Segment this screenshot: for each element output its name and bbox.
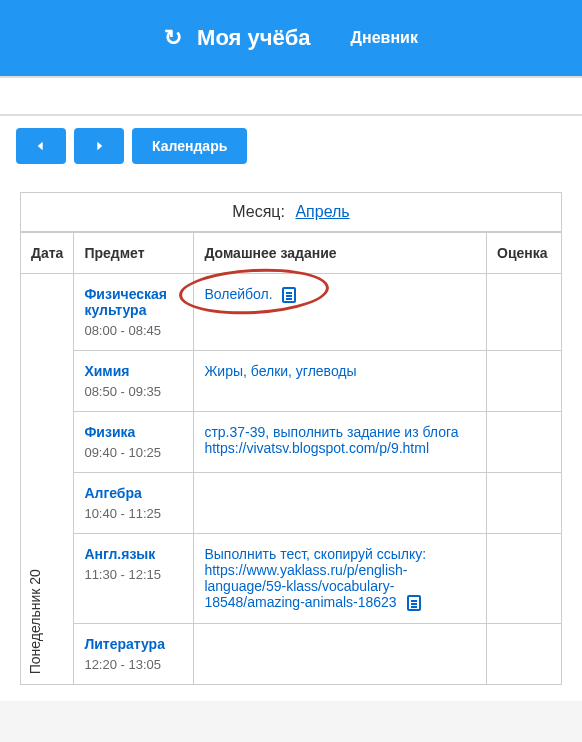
time-text: 10:40 - 11:25 <box>84 506 161 521</box>
toolbar: Календарь <box>0 116 582 176</box>
grade-cell <box>487 473 562 534</box>
triangle-right-icon <box>94 140 104 152</box>
month-selector: Месяц: Апрель <box>20 192 562 232</box>
document-icon[interactable] <box>282 287 296 303</box>
subject-cell: Физика 09:40 - 10:25 <box>74 412 194 473</box>
schedule-table: Дата Предмет Домашнее задание Оценка Пон… <box>20 232 562 685</box>
spacer <box>0 76 582 116</box>
grade-cell <box>487 534 562 624</box>
subject-cell: Химия 08:50 - 09:35 <box>74 351 194 412</box>
header: ↻ Моя учёба Дневник <box>0 0 582 76</box>
subject-link[interactable]: Алгебра <box>84 485 183 501</box>
col-homework: Домашнее задание <box>194 233 487 274</box>
grade-cell <box>487 624 562 685</box>
col-grade: Оценка <box>487 233 562 274</box>
refresh-icon[interactable]: ↻ <box>164 25 182 51</box>
table-row: Физика 09:40 - 10:25 стр.37-39, выполнит… <box>21 412 562 473</box>
homework-text: Жиры, белки, углеводы <box>204 363 356 379</box>
svg-marker-0 <box>38 142 43 150</box>
day-cell: Понедельник 20 <box>21 274 74 685</box>
grade-cell <box>487 274 562 351</box>
homework-cell: Выполнить тест, скопируй ссылку: https:/… <box>194 534 487 624</box>
next-button[interactable] <box>74 128 124 164</box>
subject-link[interactable]: Химия <box>84 363 183 379</box>
subject-link[interactable]: Физическая культура <box>84 286 183 318</box>
subject-link[interactable]: Англ.язык <box>84 546 183 562</box>
homework-text[interactable]: стр.37-39, выполнить задание из блога ht… <box>204 424 458 456</box>
grade-cell <box>487 351 562 412</box>
triangle-left-icon <box>36 140 46 152</box>
time-text: 08:00 - 08:45 <box>84 323 161 338</box>
calendar-button[interactable]: Календарь <box>132 128 247 164</box>
subject-cell: Физическая культура 08:00 - 08:45 <box>74 274 194 351</box>
col-subject: Предмет <box>74 233 194 274</box>
time-text: 09:40 - 10:25 <box>84 445 161 460</box>
homework-cell: стр.37-39, выполнить задание из блога ht… <box>194 412 487 473</box>
grade-cell <box>487 412 562 473</box>
homework-cell <box>194 624 487 685</box>
content: Месяц: Апрель Дата Предмет Домашнее зада… <box>0 176 582 701</box>
time-text: 11:30 - 12:15 <box>84 567 161 582</box>
svg-marker-1 <box>97 142 102 150</box>
subject-cell: Литература 12:20 - 13:05 <box>74 624 194 685</box>
table-header-row: Дата Предмет Домашнее задание Оценка <box>21 233 562 274</box>
homework-cell <box>194 473 487 534</box>
document-icon[interactable] <box>407 595 421 611</box>
subject-link[interactable]: Физика <box>84 424 183 440</box>
prev-button[interactable] <box>16 128 66 164</box>
table-row: Литература 12:20 - 13:05 <box>21 624 562 685</box>
subject-cell: Алгебра 10:40 - 11:25 <box>74 473 194 534</box>
month-link[interactable]: Апрель <box>295 203 349 220</box>
diary-link[interactable]: Дневник <box>351 29 418 47</box>
table-row: Понедельник 20 Физическая культура 08:00… <box>21 274 562 351</box>
homework-cell: Волейбол. <box>194 274 487 351</box>
table-row: Англ.язык 11:30 - 12:15 Выполнить тест, … <box>21 534 562 624</box>
homework-cell: Жиры, белки, углеводы <box>194 351 487 412</box>
month-label: Месяц: <box>232 203 285 220</box>
homework-text[interactable]: Волейбол. <box>204 286 272 302</box>
table-row: Химия 08:50 - 09:35 Жиры, белки, углевод… <box>21 351 562 412</box>
homework-text[interactable]: Выполнить тест, скопируй ссылку: https:/… <box>204 546 426 610</box>
header-title: Моя учёба <box>197 25 311 51</box>
subject-cell: Англ.язык 11:30 - 12:15 <box>74 534 194 624</box>
time-text: 08:50 - 09:35 <box>84 384 161 399</box>
subject-link[interactable]: Литература <box>84 636 183 652</box>
time-text: 12:20 - 13:05 <box>84 657 161 672</box>
col-date: Дата <box>21 233 74 274</box>
table-row: Алгебра 10:40 - 11:25 <box>21 473 562 534</box>
